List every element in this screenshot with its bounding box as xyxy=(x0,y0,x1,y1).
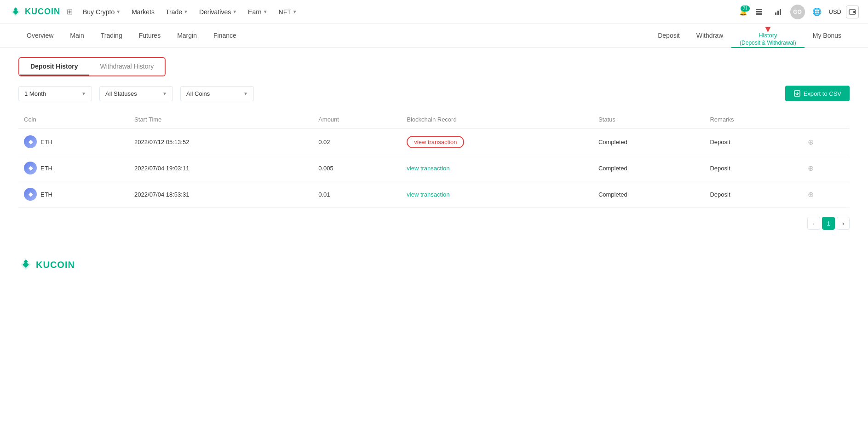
main-content: Deposit History Withdrawal History 1 Mon… xyxy=(0,48,868,239)
sub-nav-finance[interactable]: Finance xyxy=(205,24,245,48)
cell-amount-1: 0.005 xyxy=(313,155,401,181)
nav-markets[interactable]: Markets xyxy=(127,6,159,18)
cell-info-1[interactable]: ⊕ xyxy=(802,155,850,181)
filter-bar: 1 Month ▼ All Statuses ▼ All Coins ▼ Exp… xyxy=(18,86,850,101)
cell-time-0: 2022/07/12 05:13:52 xyxy=(129,129,313,155)
sub-nav-left: Overview Main Trading Futures Margin Fin… xyxy=(18,24,245,48)
chart-icon[interactable] xyxy=(771,5,786,19)
sub-nav-history[interactable]: ▼ History (Deposit & Withdrawal) xyxy=(731,24,805,48)
sub-nav: Overview Main Trading Futures Margin Fin… xyxy=(0,24,868,48)
sub-nav-withdraw[interactable]: Withdraw xyxy=(688,24,731,48)
table-row: ◆ ETH 2022/07/12 05:13:52 0.02 view tran… xyxy=(18,129,850,155)
currency-selector[interactable]: USD xyxy=(829,8,841,15)
sub-nav-main[interactable]: Main xyxy=(62,24,92,48)
cell-remarks-0: Deposit xyxy=(704,129,802,155)
period-filter[interactable]: 1 Month ▼ xyxy=(18,86,92,101)
sub-nav-margin[interactable]: Margin xyxy=(169,24,205,48)
coin-value: All Coins xyxy=(186,90,210,97)
nav-nft[interactable]: NFT ▼ xyxy=(274,6,302,18)
language-icon[interactable]: 🌐 xyxy=(810,5,824,19)
info-icon-1[interactable]: ⊕ xyxy=(808,164,814,172)
cell-info-2[interactable]: ⊕ xyxy=(802,181,850,208)
earn-arrow-icon: ▼ xyxy=(263,9,268,14)
history-tabs: Deposit History Withdrawal History xyxy=(18,57,166,76)
svg-rect-8 xyxy=(780,9,781,15)
coin-filter[interactable]: All Coins ▼ xyxy=(180,86,254,101)
trade-arrow-icon: ▼ xyxy=(184,9,188,14)
sub-nav-deposit[interactable]: Deposit xyxy=(650,24,688,48)
transactions-table: Coin Start Time Amount Blockchain Record… xyxy=(18,110,850,208)
cell-info-0[interactable]: ⊕ xyxy=(802,129,850,155)
status-value: All Statuses xyxy=(105,90,137,97)
cell-time-1: 2022/07/04 19:03:11 xyxy=(129,155,313,181)
status-filter[interactable]: All Statuses ▼ xyxy=(99,86,173,101)
nft-arrow-icon: ▼ xyxy=(293,9,297,14)
sub-nav-my-bonus[interactable]: My Bonus xyxy=(805,24,850,48)
sub-nav-trading[interactable]: Trading xyxy=(92,24,131,48)
cell-tx-1[interactable]: view transaction xyxy=(401,155,593,181)
next-page-button[interactable]: › xyxy=(837,217,850,230)
info-icon-0[interactable]: ⊕ xyxy=(808,138,814,146)
cell-tx-2[interactable]: view transaction xyxy=(401,181,593,208)
col-amount: Amount xyxy=(313,110,401,129)
prev-page-button[interactable]: ‹ xyxy=(807,217,820,230)
coin-arrow-icon: ▼ xyxy=(243,91,248,96)
cell-remarks-2: Deposit xyxy=(704,181,802,208)
col-blockchain-record: Blockchain Record xyxy=(401,110,593,129)
cell-coin-0: ◆ ETH xyxy=(18,129,129,155)
kucoin-logo-icon xyxy=(9,6,22,18)
footer: KUCOIN xyxy=(0,239,868,290)
notification-badge: 21 xyxy=(741,6,749,12)
export-csv-button[interactable]: Export to CSV xyxy=(785,86,850,101)
cell-amount-2: 0.01 xyxy=(313,181,401,208)
svg-rect-4 xyxy=(756,11,762,12)
cell-tx-0[interactable]: view transaction xyxy=(401,129,593,155)
info-icon-2[interactable]: ⊕ xyxy=(808,191,814,198)
page-1-button[interactable]: 1 xyxy=(822,217,835,230)
nav-trade[interactable]: Trade ▼ xyxy=(161,6,193,18)
wallet-icon[interactable] xyxy=(846,6,859,18)
history-main-label: History xyxy=(759,32,777,40)
nav-earn[interactable]: Earn ▼ xyxy=(243,6,272,18)
cell-status-2: Completed xyxy=(593,181,705,208)
cell-remarks-1: Deposit xyxy=(704,155,802,181)
svg-rect-3 xyxy=(756,9,762,10)
eth-icon-1: ◆ xyxy=(24,162,37,174)
eth-icon-2: ◆ xyxy=(24,188,37,201)
footer-logo-icon xyxy=(18,257,33,272)
status-arrow-icon: ▼ xyxy=(162,91,167,96)
sub-nav-overview[interactable]: Overview xyxy=(18,24,62,48)
sub-nav-futures[interactable]: Futures xyxy=(131,24,169,48)
sub-nav-right: Deposit Withdraw ▼ History (Deposit & Wi… xyxy=(650,24,850,48)
cell-time-2: 2022/07/04 18:53:31 xyxy=(129,181,313,208)
view-transaction-highlighted-0[interactable]: view transaction xyxy=(407,136,464,148)
period-arrow-icon: ▼ xyxy=(81,91,86,96)
view-transaction-2[interactable]: view transaction xyxy=(407,191,449,198)
tab-deposit-history[interactable]: Deposit History xyxy=(19,58,89,76)
footer-logo: KUCOIN xyxy=(18,257,75,272)
notification-button[interactable]: 🔔 21 xyxy=(739,8,747,16)
tab-withdrawal-history[interactable]: Withdrawal History xyxy=(89,58,165,76)
top-nav: KUCOIN ⊞ Buy Crypto ▼ Markets Trade ▼ De… xyxy=(0,0,868,24)
nav-buy-crypto[interactable]: Buy Crypto ▼ xyxy=(78,6,125,18)
svg-rect-10 xyxy=(853,11,855,13)
table-row: ◆ ETH 2022/07/04 18:53:31 0.01 view tran… xyxy=(18,181,850,208)
col-actions xyxy=(802,110,850,129)
cell-coin-2: ◆ ETH xyxy=(18,181,129,208)
nav-derivatives[interactable]: Derivatives ▼ xyxy=(195,6,241,18)
col-coin: Coin xyxy=(18,110,129,129)
cell-status-1: Completed xyxy=(593,155,705,181)
history-sub-label: (Deposit & Withdrawal) xyxy=(740,40,796,46)
logo-text: KUCOIN xyxy=(25,7,60,17)
grid-menu-icon[interactable]: ⊞ xyxy=(67,7,73,16)
eth-icon-0: ◆ xyxy=(24,135,37,148)
cell-coin-1: ◆ ETH xyxy=(18,155,129,181)
view-transaction-1[interactable]: view transaction xyxy=(407,165,449,172)
user-avatar[interactable]: GO xyxy=(790,5,805,19)
derivatives-arrow-icon: ▼ xyxy=(232,9,237,14)
svg-rect-6 xyxy=(775,12,776,15)
svg-rect-5 xyxy=(756,13,762,15)
svg-rect-7 xyxy=(777,11,779,15)
orders-icon[interactable] xyxy=(752,5,766,19)
logo[interactable]: KUCOIN xyxy=(9,6,60,18)
